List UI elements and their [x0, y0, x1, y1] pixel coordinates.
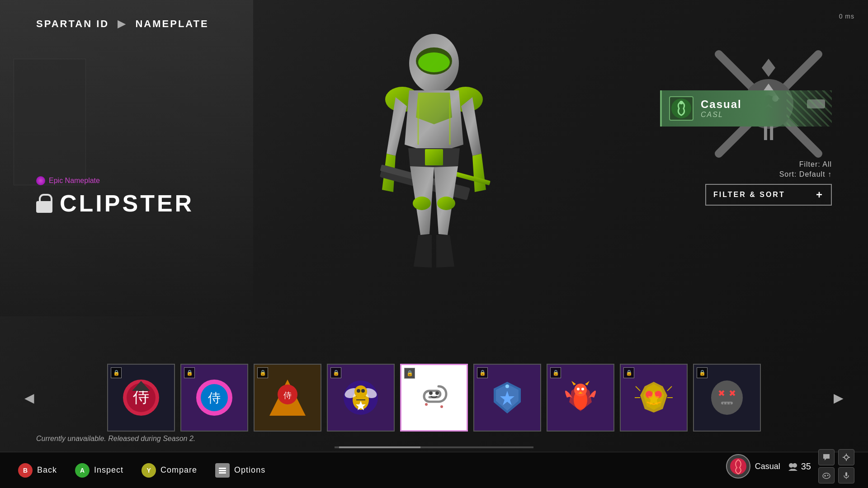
card-stripes — [787, 90, 832, 127]
player-mini: Casual — [726, 454, 780, 479]
breadcrumb-part2: NAMEPLATE — [135, 18, 208, 29]
icon-row-bottom — [818, 467, 854, 483]
debug-timer: 0 ms — [839, 13, 854, 20]
svg-point-42 — [354, 385, 367, 398]
svg-point-43 — [357, 389, 360, 393]
back-label: Back — [37, 465, 57, 475]
svg-line-69 — [636, 386, 640, 391]
svg-point-47 — [429, 391, 433, 395]
breadcrumb: SPARTAN ID ▶ NAMEPLATE — [36, 18, 209, 30]
svg-point-44 — [361, 389, 365, 393]
svg-line-71 — [667, 386, 672, 391]
options-label: Options — [234, 465, 265, 475]
scroll-thumb — [339, 446, 420, 448]
rarity-icon — [36, 176, 45, 185]
lock-icon: 🔒 — [477, 367, 488, 378]
svg-point-98 — [827, 475, 829, 476]
nameplate-title: CLIPSTER — [60, 190, 194, 217]
svg-point-57 — [574, 384, 587, 396]
back-button[interactable]: B Back — [18, 463, 57, 478]
player-count-badge: 35 — [788, 461, 811, 472]
svg-point-48 — [435, 391, 439, 395]
grid-prev-arrow[interactable]: ◀ — [23, 384, 36, 411]
filter-plus-icon: + — [816, 188, 824, 201]
svg-text:侍: 侍 — [283, 391, 292, 400]
nameplate-name-row: CLIPSTER — [36, 190, 194, 217]
list-item[interactable]: 🔒 — [327, 364, 395, 432]
nameplate-lock-icon — [36, 194, 52, 213]
svg-point-10 — [437, 197, 455, 210]
y-button-icon: Y — [142, 463, 156, 478]
list-item[interactable]: 🔒 — [693, 364, 761, 432]
player-count: 35 — [801, 461, 811, 472]
svg-marker-61 — [571, 381, 576, 385]
rarity-label: Epic Nameplate — [49, 177, 100, 185]
icon-cluster — [818, 449, 854, 483]
grid-next-arrow[interactable]: ▶ — [832, 384, 845, 411]
filter-label: Filter: All — [705, 160, 832, 169]
sort-label: Sort: Default ↑ — [705, 170, 832, 178]
lock-icon: 🔒 — [623, 367, 634, 378]
icon-row-top — [818, 449, 854, 465]
controller-icon[interactable] — [818, 467, 835, 483]
svg-rect-99 — [845, 472, 847, 476]
list-item[interactable]: 🔒 — [400, 364, 468, 432]
svg-marker-62 — [585, 381, 590, 385]
a-button-icon: A — [75, 463, 90, 478]
spartan-preview — [332, 27, 536, 298]
svg-point-25 — [679, 101, 683, 104]
svg-rect-84 — [219, 470, 226, 471]
player-mini-name: Casual — [755, 462, 780, 471]
compare-label: Compare — [160, 465, 197, 475]
compare-button[interactable]: Y Compare — [142, 463, 197, 478]
options-button[interactable]: Options — [215, 463, 265, 478]
lock-icon: 🔒 — [111, 367, 122, 378]
mic-icon[interactable] — [838, 467, 854, 483]
svg-point-54 — [505, 385, 509, 388]
breadcrumb-separator: ▶ — [118, 18, 127, 29]
bg-side-panel — [14, 59, 86, 185]
list-item[interactable]: 🔒 侍 — [107, 364, 175, 432]
svg-point-59 — [581, 388, 584, 390]
grid-items-container: 🔒 侍 🔒 侍 — [42, 364, 826, 432]
svg-point-2 — [418, 52, 450, 72]
svg-point-58 — [577, 388, 580, 390]
bottom-right-cluster: Casual 35 — [726, 449, 854, 483]
svg-point-74 — [711, 380, 743, 415]
scroll-bar[interactable] — [335, 446, 533, 448]
svg-point-49 — [425, 403, 428, 406]
svg-point-95 — [823, 473, 830, 479]
chat-icon[interactable] — [818, 449, 835, 465]
lock-icon: 🔒 — [330, 367, 341, 378]
list-item[interactable]: 🔒 — [620, 364, 688, 432]
settings-icon[interactable] — [838, 449, 854, 465]
lock-icon: 🔒 — [697, 367, 708, 378]
spartan-svg — [355, 27, 513, 289]
lock-icon: 🔒 — [184, 367, 195, 378]
lock-icon: 🔒 — [550, 367, 561, 378]
bottom-bar: B Back A Inspect Y Compare Options — [0, 452, 868, 488]
lock-icon: 🔒 — [257, 367, 268, 378]
svg-point-9 — [413, 197, 431, 210]
svg-point-90 — [844, 455, 848, 459]
svg-rect-85 — [219, 472, 226, 474]
svg-rect-7 — [454, 172, 491, 185]
breadcrumb-part1: SPARTAN ID — [36, 18, 109, 29]
svg-point-87 — [730, 458, 746, 474]
b-button-icon: B — [18, 463, 33, 478]
inspect-button[interactable]: A Inspect — [75, 463, 123, 478]
list-item[interactable]: 🔒 — [473, 364, 541, 432]
list-item[interactable]: 🔒 — [547, 364, 614, 432]
lock-icon: 🔒 — [404, 368, 415, 379]
player-mini-avatar — [726, 454, 750, 479]
nameplate-grid: ◀ 🔒 侍 🔒 侍 — [23, 361, 845, 434]
nameplate-rarity: Epic Nameplate — [36, 176, 194, 185]
list-item[interactable]: 🔒 侍 — [180, 364, 248, 432]
bottom-actions: B Back A Inspect Y Compare Options — [18, 463, 265, 478]
filter-sort-button-label: FILTER & SORT — [713, 191, 785, 199]
filter-sort-button[interactable]: FILTER & SORT + — [705, 184, 832, 206]
filter-sort-area: Filter: All Sort: Default ↑ FILTER & SOR… — [705, 160, 832, 206]
svg-point-50 — [440, 405, 443, 408]
list-item[interactable]: 🔒 侍 — [254, 364, 321, 432]
nameplate-info: Epic Nameplate CLIPSTER — [36, 176, 194, 217]
